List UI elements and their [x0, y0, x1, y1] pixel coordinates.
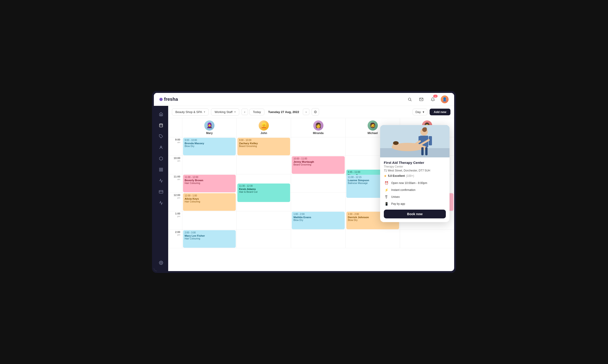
- staff-col-miranda: 👩 Miranda: [291, 118, 345, 137]
- user-avatar[interactable]: 👤: [441, 95, 449, 103]
- svg-rect-9: [159, 168, 161, 169]
- staff-name-john: John: [261, 131, 267, 135]
- lightning-icon: ⚡: [384, 187, 389, 193]
- sidebar-item-settings[interactable]: [156, 258, 166, 267]
- appt-jenny-murtaugh[interactable]: 10:00 - 11:00 Jenny Murtaugh Beard Groom…: [292, 156, 345, 174]
- today-button[interactable]: Today: [249, 109, 264, 115]
- clock-icon: ⏰: [384, 181, 389, 186]
- avatar-miranda: 👩: [313, 120, 323, 130]
- star-icon: ★: [384, 174, 387, 178]
- svg-rect-3: [159, 124, 163, 127]
- sidebar-item-marketing[interactable]: [156, 176, 166, 185]
- grid-col-miranda-9am: [291, 137, 345, 156]
- time-label-12pm: 12:00pm: [168, 193, 182, 211]
- time-label-2pm: 2:00pm: [168, 230, 182, 248]
- notification-badge: 12: [433, 95, 438, 98]
- grid-col-miranda-1pm: 1:00 - 2:00 Matilda Evans Blow Dry: [291, 211, 345, 230]
- grid-col-john-2pm: [236, 230, 291, 248]
- svg-rect-13: [159, 190, 163, 193]
- business-selector[interactable]: Beauty Shop & SPA ▾: [172, 108, 209, 116]
- svg-rect-11: [159, 170, 161, 171]
- feature-unisex: ⚧ Unisex: [384, 194, 446, 199]
- add-new-button[interactable]: Add new: [430, 109, 450, 115]
- appt-matilda-evans[interactable]: 1:00 - 2:00 Matilda Evans Blow Dry: [292, 212, 345, 229]
- feature-confirmation: ⚡ Instant confirmation: [384, 187, 446, 193]
- sidebar-item-home[interactable]: [156, 110, 166, 119]
- app-container: fresha: [152, 91, 456, 273]
- grid-col-john-12pm: [236, 193, 291, 211]
- grid-col-mary-12pm: 12:00 - 1:00 Alicia Keys Hair Colouring: [182, 193, 236, 211]
- therapy-scene: [380, 125, 450, 157]
- inbox-button[interactable]: [418, 96, 425, 103]
- app-window: fresha: [154, 93, 454, 271]
- grid-col-john-10am: [236, 156, 291, 174]
- grid-col-annie-2pm: [400, 230, 454, 248]
- logo-area: fresha: [159, 97, 178, 102]
- search-button[interactable]: [406, 96, 414, 103]
- next-day-button[interactable]: ›: [303, 109, 309, 115]
- unisex-icon: ⚧: [384, 194, 389, 199]
- main-layout: Beauty Shop & SPA ▾ Working Staff ▾ ‹ To…: [154, 106, 454, 271]
- sidebar-item-profile[interactable]: [156, 165, 166, 174]
- logo-icon: [159, 98, 163, 101]
- sidebar-item-payments[interactable]: [156, 187, 166, 196]
- avatar-michael: 🧔: [368, 120, 378, 130]
- toolbar: Beauty Shop & SPA ▾ Working Staff ▾ ‹ To…: [168, 106, 454, 118]
- grid-col-john-11am: 11:30 - 12:30 Kevin Adams Hair & Beard C…: [236, 174, 291, 193]
- svg-rect-12: [162, 170, 163, 171]
- book-now-button[interactable]: Book now: [384, 210, 446, 218]
- sidebar-item-tags[interactable]: [156, 132, 166, 141]
- view-selector[interactable]: Day ▾: [413, 109, 427, 115]
- sidebar: [154, 106, 168, 271]
- settings-button[interactable]: ⚙: [312, 108, 319, 116]
- sidebar-item-clients[interactable]: [156, 143, 166, 152]
- sidebar-item-services[interactable]: [156, 154, 166, 163]
- appt-beverly-brown[interactable]: 11:00 - 12:00 Beverly Brown Hair Colouri…: [183, 175, 236, 192]
- phone-icon: 📱: [384, 201, 389, 206]
- sidebar-item-calendar[interactable]: [156, 121, 166, 130]
- grid-col-michael-2pm: [345, 230, 400, 248]
- svg-rect-31: [425, 147, 428, 155]
- date-display: Tuesday 27 Aug, 2022: [266, 109, 302, 115]
- staff-selector[interactable]: Working Staff ▾: [211, 108, 239, 116]
- time-label-11am: 11:00am: [168, 174, 182, 193]
- staff-name-mary: Mary: [206, 131, 213, 135]
- grid-col-miranda-10am: 10:00 - 11:00 Jenny Murtaugh Beard Groom…: [291, 156, 345, 174]
- svg-rect-30: [421, 147, 424, 155]
- info-card: First Aid Therapy Center Therapy Center …: [380, 125, 450, 222]
- topbar-icons: 12 👤: [406, 95, 449, 103]
- content-area: Beauty Shop & SPA ▾ Working Staff ▾ ‹ To…: [168, 106, 454, 271]
- grid-col-john-1pm: [236, 211, 291, 230]
- grid-cols-2pm: 2:00 - 3:00 Mary Lee Fisher Hair Colouri…: [182, 230, 454, 248]
- grid-col-john-9am: 9:00 - 10:00 Zachary Kelley Beard Groomi…: [236, 137, 291, 156]
- svg-point-23: [424, 127, 427, 130]
- card-image: [380, 125, 450, 157]
- grid-col-mary-10am: [182, 156, 236, 174]
- therapy-illustration: [380, 125, 450, 157]
- time-label-9am: 9:00am: [168, 137, 182, 156]
- avatar-mary: 🧕: [204, 120, 214, 130]
- sidebar-item-reports[interactable]: [156, 198, 166, 208]
- card-features: ⏰ Open now 10:00am - 8:00pm ⚡ Instant co…: [384, 181, 446, 206]
- appt-mary-lee-fisher[interactable]: 2:00 - 3:00 Mary Lee Fisher Hair Colouri…: [183, 230, 236, 248]
- rating-value: 5.0 Excellent: [388, 174, 405, 178]
- logo-text: fresha: [164, 97, 178, 102]
- appt-brenda-massey[interactable]: 9:00 - 10:00 Brenda Massey Blow Dry: [183, 138, 236, 155]
- notifications-button[interactable]: 12: [429, 96, 437, 103]
- time-gutter-header: [168, 118, 182, 137]
- feature-hours: ⏰ Open now 10:00am - 8:00pm: [384, 181, 446, 186]
- svg-point-15: [161, 262, 162, 263]
- staff-col-john: 👱 John: [236, 118, 291, 137]
- prev-day-button[interactable]: ‹: [242, 109, 248, 115]
- rating-count: (100+): [406, 174, 414, 178]
- topbar: fresha: [154, 93, 454, 106]
- grid-col-mary-11am: 11:00 - 12:00 Beverly Brown Hair Colouri…: [182, 174, 236, 193]
- time-row-2pm: 2:00pm 2:00 - 3:00 Mary Lee Fisher Hair …: [168, 230, 454, 248]
- appt-alicia-keys[interactable]: 12:00 - 1:00 Alicia Keys Hair Colouring: [183, 193, 236, 211]
- calendar-wrapper: 🧕 Mary 👱 John: [168, 118, 454, 271]
- avatar-john: 👱: [259, 120, 269, 130]
- card-subtitle: Therapy Center: [384, 165, 446, 168]
- grid-col-mary-9am: 9:00 - 10:00 Brenda Massey Blow Dry: [182, 137, 236, 156]
- grid-col-miranda-2pm: [291, 230, 345, 248]
- appt-zachary-kelley[interactable]: 9:00 - 10:00 Zachary Kelley Beard Groomi…: [237, 138, 290, 155]
